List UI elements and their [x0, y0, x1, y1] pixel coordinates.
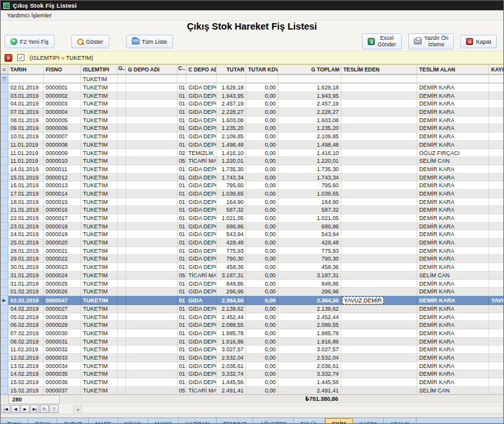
cell[interactable]	[341, 255, 417, 263]
scrollbar-track[interactable]	[82, 405, 503, 413]
cell[interactable]: 0000035	[44, 370, 81, 378]
cell[interactable]: TUKETIM	[81, 272, 118, 280]
cell[interactable]: DEMİR KARA	[417, 223, 489, 231]
cell[interactable]: GIDA DEPOSU	[186, 288, 217, 296]
cell[interactable]: 0,00	[246, 157, 278, 165]
cell[interactable]: 01	[177, 92, 186, 100]
cell[interactable]: 3.027,57	[217, 346, 246, 354]
cell[interactable]: 28.01.2019	[8, 247, 44, 255]
tum-liste-button[interactable]: Tüm Liste	[126, 35, 174, 48]
cell[interactable]	[118, 165, 126, 174]
row-gutter[interactable]	[1, 239, 8, 247]
cell[interactable]: 09.01.2019	[8, 124, 44, 133]
cell[interactable]: 686,86	[217, 223, 246, 231]
cell[interactable]: 18.01.2019	[8, 198, 44, 207]
table-row[interactable]: 01.02.20190000026TUKETIM01GIDA DEPOSU296…	[1, 288, 504, 296]
cell[interactable]: GIDA DEPOSU	[186, 84, 217, 92]
cell[interactable]: 01	[177, 305, 186, 313]
cell[interactable]	[341, 313, 417, 322]
cell[interactable]: 0000028	[44, 313, 81, 322]
cell[interactable]	[489, 108, 504, 116]
cell[interactable]	[126, 198, 177, 207]
cell[interactable]: DEMİR KARA	[417, 263, 489, 272]
cell[interactable]: 0,00	[246, 346, 278, 354]
cell[interactable]	[126, 124, 177, 133]
cell[interactable]	[118, 133, 126, 141]
cell[interactable]: GIDA DEPOSU	[186, 354, 217, 362]
cell[interactable]	[126, 181, 177, 190]
cell[interactable]: 3.187,31	[217, 272, 246, 280]
cell[interactable]	[489, 198, 504, 207]
cell[interactable]: 1.235,20	[278, 124, 341, 133]
cell[interactable]: 458,36	[278, 263, 341, 272]
table-row[interactable]: 11.02.20190000032TUKETIM01GIDA DEPOSU3.0…	[1, 346, 504, 354]
filter-button[interactable]: ▽	[50, 405, 59, 413]
cell[interactable]: 15.02.2019	[8, 378, 44, 387]
cell[interactable]: 01.02.2019	[8, 288, 44, 296]
cell[interactable]	[126, 296, 177, 305]
table-row[interactable]: 18.01.20190000015TUKETIM01GIDA DEPOSU164…	[1, 198, 504, 207]
cell[interactable]	[118, 124, 126, 133]
row-gutter[interactable]	[1, 92, 8, 100]
cell[interactable]: 0000004	[44, 108, 81, 116]
cell[interactable]	[118, 346, 126, 354]
cell[interactable]	[118, 108, 126, 116]
cell[interactable]	[118, 329, 126, 338]
column-header[interactable]: KAYIT	[489, 65, 504, 74]
cell[interactable]: 12.02.2019	[8, 354, 44, 362]
cell[interactable]	[118, 272, 126, 280]
cell[interactable]: 775,93	[217, 247, 246, 255]
cell[interactable]: 0,00	[246, 329, 278, 338]
cell[interactable]: 01	[177, 174, 186, 182]
cell[interactable]: 0000009	[44, 149, 81, 158]
row-gutter[interactable]	[1, 370, 8, 378]
cell[interactable]: TUKETIM	[81, 206, 118, 214]
cell[interactable]: 0,00	[246, 387, 278, 395]
cell[interactable]: 0,00	[246, 313, 278, 322]
column-header[interactable]: TESLİM EDEN	[341, 65, 417, 74]
cell[interactable]: YAVUZ DEMİR	[489, 296, 504, 305]
cell[interactable]: 01	[177, 346, 186, 354]
cell[interactable]: 01	[177, 214, 186, 223]
filter-cell[interactable]	[246, 75, 278, 83]
cell[interactable]: GIDA DEPOSU	[186, 116, 217, 125]
table-row[interactable]: 15.02.20190000037TUKETIM05TİCARİ MALLAR2…	[1, 387, 504, 395]
remove-filter-icon[interactable]: ✕	[4, 54, 12, 62]
cell[interactable]: TUKETIM	[81, 174, 118, 182]
cell[interactable]: 164,90	[278, 198, 341, 207]
row-gutter[interactable]	[1, 214, 8, 223]
table-row[interactable]: 28.01.20190000021TUKETIM01GIDA DEPOSU775…	[1, 247, 504, 255]
cell[interactable]: 01	[177, 313, 186, 322]
cell[interactable]: 0000023	[44, 263, 81, 272]
cell[interactable]: 01	[177, 378, 186, 387]
cell[interactable]: 587,32	[278, 206, 341, 214]
cell[interactable]: 30.01.2019	[8, 263, 44, 272]
cell[interactable]: 0000024	[44, 272, 81, 280]
cell[interactable]: 0000011	[44, 165, 81, 174]
table-row[interactable]: 03.01.20190000002TUKETIM01GIDA DEPOSU1.9…	[1, 92, 504, 100]
cell[interactable]	[118, 387, 126, 395]
cell[interactable]: 03.01.2019	[8, 92, 44, 100]
cell[interactable]	[126, 263, 177, 272]
cell[interactable]: 24.01.2019	[8, 230, 44, 239]
cell[interactable]: DEMİR KARA	[417, 84, 489, 92]
cell[interactable]: GIDA DEPOSU	[186, 313, 217, 322]
cell[interactable]	[489, 346, 504, 354]
cell[interactable]	[341, 206, 417, 214]
cell[interactable]: 01	[177, 263, 186, 272]
cell[interactable]	[118, 116, 126, 125]
cell[interactable]	[118, 305, 126, 313]
cell[interactable]	[126, 223, 177, 231]
tab-eki̇m[interactable]: EKİM	[325, 418, 353, 424]
refresh-button[interactable]: ↻	[40, 405, 49, 413]
row-gutter[interactable]	[1, 223, 8, 231]
cell[interactable]: 848,86	[278, 280, 341, 288]
row-gutter[interactable]	[1, 84, 8, 92]
cell[interactable]: GIDA DEPOSU	[186, 255, 217, 263]
cell[interactable]: 2.089,55	[217, 321, 246, 329]
cell[interactable]	[118, 255, 126, 263]
cell[interactable]: 04.02.2019	[8, 305, 44, 313]
cell[interactable]: 2.109,85	[217, 133, 246, 141]
cell[interactable]	[489, 255, 504, 263]
cell[interactable]: 587,32	[217, 206, 246, 214]
